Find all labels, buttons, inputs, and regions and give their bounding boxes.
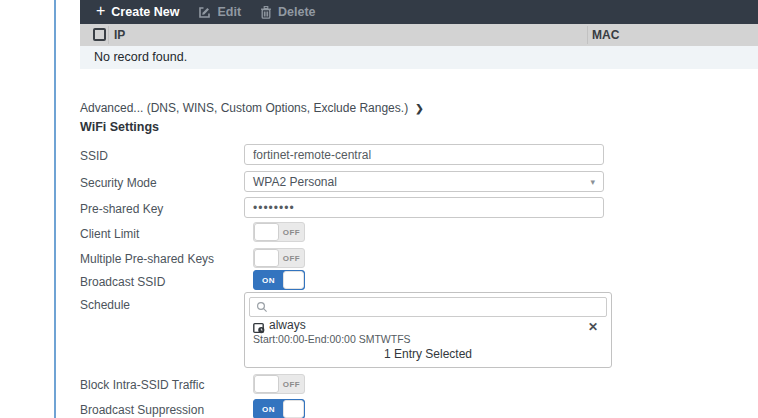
block-intra-ssid-toggle[interactable]: OFF: [253, 374, 305, 394]
trash-icon: [260, 6, 272, 19]
broadcast-suppression-toggle[interactable]: ON: [253, 399, 305, 418]
schedule-entry-name[interactable]: always: [269, 318, 306, 332]
column-divider: [587, 26, 588, 44]
schedule-search-box[interactable]: [249, 297, 607, 317]
security-mode-select[interactable]: WPA2 Personal ▾: [244, 171, 604, 192]
record-table-header: IP MAC: [80, 24, 758, 46]
broadcast-suppression-label: Broadcast Suppression: [80, 403, 204, 417]
multiple-psk-toggle[interactable]: OFF: [253, 248, 305, 268]
pre-shared-key-label: Pre-shared Key: [80, 202, 163, 216]
toggle-state-label: ON: [254, 400, 283, 418]
block-intra-ssid-label: Block Intra-SSID Traffic: [80, 378, 204, 392]
left-pane-divider: [54, 0, 56, 418]
edit-icon: [198, 6, 211, 19]
section-title: WiFi Settings: [80, 120, 159, 134]
create-new-label: Create New: [111, 5, 179, 19]
delete-button[interactable]: Delete: [260, 5, 316, 19]
create-new-button[interactable]: + Create New: [96, 4, 179, 20]
record-toolbar: + Create New Edit: [80, 0, 758, 24]
edit-button[interactable]: Edit: [198, 5, 241, 19]
toggle-knob: [254, 249, 279, 267]
security-mode-label: Security Mode: [80, 176, 157, 190]
schedule-entry-summary: 1 Entry Selected: [245, 347, 611, 361]
edit-label: Edit: [217, 5, 241, 19]
broadcast-ssid-label: Broadcast SSID: [80, 275, 165, 289]
schedule-entry-detail: Start:00:00-End:00:00 SMTWTFS: [253, 333, 411, 345]
toggle-state-label: ON: [254, 271, 283, 289]
wifi-settings-page: + Create New Edit: [0, 0, 758, 418]
column-header-mac: MAC: [592, 28, 619, 42]
toggle-knob: [283, 400, 304, 418]
advanced-section-toggle[interactable]: Advanced... (DNS, WINS, Custom Options, …: [80, 101, 424, 115]
advanced-label: Advanced... (DNS, WINS, Custom Options, …: [80, 101, 408, 115]
column-header-ip: IP: [114, 28, 125, 42]
broadcast-ssid-toggle[interactable]: ON: [253, 270, 305, 290]
delete-label: Delete: [278, 5, 316, 19]
toggle-state-label: OFF: [279, 249, 304, 267]
multiple-psk-label: Multiple Pre-shared Keys: [80, 252, 214, 266]
toggle-knob: [254, 223, 279, 241]
ssid-label: SSID: [80, 149, 108, 163]
schedule-label: Schedule: [80, 298, 130, 312]
toggle-knob: [254, 375, 279, 393]
column-divider: [108, 26, 109, 44]
schedule-search-input[interactable]: [273, 299, 606, 315]
chevron-right-icon: ❯: [415, 103, 423, 114]
pre-shared-key-input[interactable]: [244, 197, 604, 218]
select-all-checkbox[interactable]: [93, 28, 106, 41]
toggle-state-label: OFF: [279, 375, 304, 393]
chevron-down-icon: ▾: [590, 177, 595, 187]
search-icon: [256, 301, 268, 313]
schedule-selector: always Start:00:00-End:00:00 SMTWTFS ✕ 1…: [244, 292, 612, 368]
plus-icon: +: [96, 3, 105, 19]
empty-table-row: No record found.: [80, 46, 758, 69]
client-limit-label: Client Limit: [80, 227, 139, 241]
ssid-input[interactable]: [244, 144, 604, 165]
remove-entry-icon[interactable]: ✕: [588, 321, 598, 333]
security-mode-value: WPA2 Personal: [253, 175, 337, 189]
client-limit-toggle[interactable]: OFF: [253, 222, 305, 242]
toggle-knob: [283, 271, 304, 289]
toggle-state-label: OFF: [279, 223, 304, 241]
